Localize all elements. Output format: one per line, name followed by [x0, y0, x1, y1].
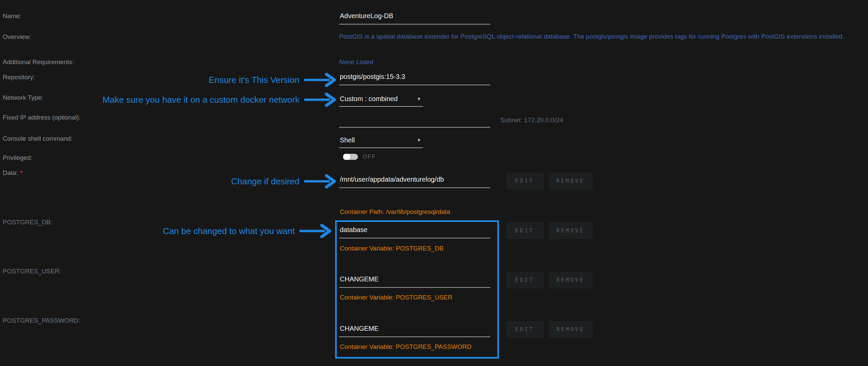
arrow-right-icon	[304, 92, 338, 107]
postgres-db-remove-button[interactable]: REMOVE	[549, 222, 593, 239]
annotation-network-text: Make sure you have it on a custom docker…	[102, 95, 300, 105]
annotation-postgres-db-text: Can be changed to what you want	[163, 226, 295, 236]
annotation-repository-text: Ensure it's This Version	[209, 75, 300, 85]
fixed-ip-input[interactable]	[339, 115, 490, 128]
additional-requirements-label: Additional Requirements:	[3, 58, 74, 66]
console-shell-select[interactable]: Shell ▼	[339, 136, 423, 148]
annotation-network: Make sure you have it on a custom docker…	[102, 92, 338, 107]
arrow-right-icon	[299, 224, 334, 238]
postgres-user-edit-button[interactable]: EDIT	[506, 272, 544, 288]
required-asterisk: *	[20, 169, 22, 176]
postgres-user-remove-button[interactable]: REMOVE	[549, 272, 593, 288]
postgres-user-input[interactable]	[339, 275, 490, 288]
toggle-knob	[343, 154, 350, 160]
additional-requirements-value: None Listed	[339, 58, 373, 66]
data-edit-button[interactable]: EDIT	[506, 173, 544, 189]
overview-text: PostGIS is a spatial database extender f…	[339, 33, 844, 40]
dropdown-arrow-icon: ▼	[417, 136, 421, 144]
network-type-selected-value: Custom : combined	[340, 95, 398, 103]
postgres-db-input[interactable]	[339, 226, 490, 238]
postgres-db-container-variable-text: Container Variable: POSTGRES_DB	[340, 245, 443, 252]
repository-label: Repository:	[3, 73, 35, 81]
privileged-label: Privileged:	[3, 154, 33, 161]
console-shell-selected-value: Shell	[340, 136, 354, 144]
data-label: Data:*	[3, 169, 23, 177]
annotation-repository: Ensure it's This Version	[209, 72, 338, 87]
data-path-input[interactable]	[339, 176, 490, 188]
name-label: Name:	[3, 12, 22, 20]
data-container-path-text: Container Path: /var/lib/postgresql/data	[340, 208, 450, 216]
repository-input[interactable]	[339, 73, 490, 85]
data-remove-button[interactable]: REMOVE	[549, 173, 593, 189]
postgres-user-label: POSTGRES_USER:	[3, 268, 61, 275]
dropdown-arrow-icon: ▼	[417, 95, 421, 103]
subnet-text: Subnet: 172.20.0.0/24	[500, 117, 563, 124]
postgres-password-container-variable-text: Container Variable: POSTGRES_PASSWORD	[340, 343, 471, 350]
annotation-data: Change if desired	[231, 174, 338, 189]
highlight-box	[335, 220, 499, 359]
postgres-db-label: POSTGRES_DB:	[3, 219, 52, 226]
postgres-user-container-variable-text: Container Variable: POSTGRES_USER	[340, 294, 452, 301]
postgres-password-remove-button[interactable]: REMOVE	[549, 321, 593, 338]
privileged-toggle[interactable]	[343, 154, 358, 160]
overview-label: Overview:	[3, 33, 31, 41]
postgres-password-label: POSTGRES_PASSWORD:	[3, 317, 80, 324]
docker-template-settings-form: Name: Overview: Additional Requirements:…	[0, 0, 868, 366]
arrow-right-icon	[304, 72, 338, 87]
annotation-postgres-db: Can be changed to what you want	[163, 224, 334, 238]
fixed-ip-label: Fixed IP address (optional):	[3, 114, 81, 121]
postgres-password-edit-button[interactable]: EDIT	[506, 321, 544, 338]
name-input[interactable]	[339, 12, 490, 25]
postgres-password-input[interactable]	[339, 325, 490, 337]
network-type-label: Network Type:	[3, 94, 43, 101]
data-label-text: Data:	[3, 169, 18, 176]
network-type-select[interactable]: Custom : combined ▼	[339, 95, 423, 107]
console-shell-label: Console shell command:	[3, 135, 72, 142]
annotation-data-text: Change if desired	[231, 176, 300, 187]
arrow-right-icon	[304, 174, 338, 189]
privileged-state-text: OFF	[363, 154, 376, 160]
postgres-db-edit-button[interactable]: EDIT	[506, 222, 544, 239]
